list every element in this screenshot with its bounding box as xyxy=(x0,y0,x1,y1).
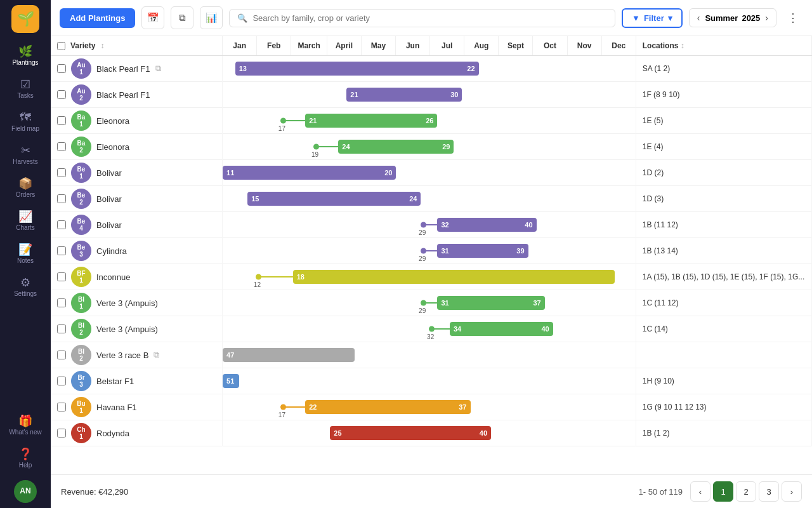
select-all-checkbox[interactable] xyxy=(57,42,65,50)
planting-bar[interactable]: 2130 xyxy=(346,88,462,102)
row-checkbox[interactable] xyxy=(57,194,66,203)
row-checkbox[interactable] xyxy=(57,168,66,177)
row-checkbox[interactable] xyxy=(57,351,66,359)
table-row[interactable]: Be2Bolivar15241D (3) xyxy=(51,186,812,212)
table-row[interactable]: Be3Cylindra3139291B (13 14) xyxy=(51,238,812,264)
planting-bar[interactable]: 3440 xyxy=(450,322,553,336)
chart-view-button[interactable]: 📊 xyxy=(200,6,223,29)
sidebar-item-harvests[interactable]: ✂ Harvests xyxy=(4,140,47,170)
pagination-info: 1- 50 of 119 xyxy=(639,487,683,497)
row-checkbox[interactable] xyxy=(57,64,66,73)
dec-col-header: Dec xyxy=(601,36,636,56)
filter-button[interactable]: ▼ Filter ▾ xyxy=(622,8,683,28)
calendar-icon: 📅 xyxy=(147,12,159,23)
bar-label-right: 40 xyxy=(541,325,549,333)
calendar-cell: 242919 xyxy=(223,134,636,160)
variety-cell: Be4Bolivar xyxy=(51,212,223,238)
sidebar-item-tasks[interactable]: ☑ Tasks xyxy=(4,74,47,104)
bar-label-right: 22 xyxy=(467,65,475,72)
dot-label: 32 xyxy=(427,333,434,340)
row-checkbox[interactable] xyxy=(57,90,66,99)
page-2-button[interactable]: 2 xyxy=(736,481,756,502)
planting-bar[interactable]: 47 xyxy=(223,348,355,362)
filter-label: Filter xyxy=(644,13,664,23)
row-checkbox[interactable] xyxy=(57,377,66,385)
prev-page-button[interactable]: ‹ xyxy=(690,481,710,502)
add-plantings-button[interactable]: Add Plantings xyxy=(60,8,135,28)
variety-cell: Be3Cylindra xyxy=(51,238,223,264)
row-checkbox[interactable] xyxy=(57,298,66,307)
jun-col-header: Jun xyxy=(396,36,430,56)
sidebar-item-plantings[interactable]: 🌿 Plantings xyxy=(4,41,47,71)
sidebar-item-whats-new[interactable]: 🎁 What's new xyxy=(4,410,47,441)
table-row[interactable]: Ba2Eleonora2429191E (4) xyxy=(51,134,812,160)
calendar-cell: 1812 xyxy=(223,264,636,290)
page-1-button[interactable]: 1 xyxy=(713,481,733,502)
planting-bar[interactable]: 2540 xyxy=(330,426,491,440)
planting-bar[interactable]: 3137 xyxy=(437,296,544,310)
table-row[interactable]: Ba1Eleonora2126171E (5) xyxy=(51,108,812,134)
table-row[interactable]: Ch1Rodynda25401B (1 2) xyxy=(51,420,812,446)
sidebar-item-orders[interactable]: 📦 Orders xyxy=(4,173,47,203)
prev-season-button[interactable]: ‹ xyxy=(696,13,702,23)
sidebar-item-field-map[interactable]: 🗺 Field map xyxy=(4,107,47,137)
row-checkbox[interactable] xyxy=(57,324,66,333)
table-row[interactable]: Be4Bolivar3240291B (11 12) xyxy=(51,212,812,238)
planting-bar[interactable]: 1120 xyxy=(223,166,396,180)
table-row[interactable]: Bl1Verte 3 (Ampuis)3137291C (11 12) xyxy=(51,290,812,316)
planting-bar[interactable]: 2126 xyxy=(305,114,437,128)
table-row[interactable]: Au1Black Pearl F1⧉1322SA (1 2) xyxy=(51,56,812,82)
table-row[interactable]: Bl2Verte 3 race B⧉47 xyxy=(51,342,812,368)
planting-bar[interactable]: 1524 xyxy=(247,192,421,206)
sidebar-item-notes[interactable]: 📝 Notes xyxy=(4,239,47,269)
table-row[interactable]: Bl2Verte 3 (Ampuis)3440321C (14) xyxy=(51,316,812,342)
calendar-view-button[interactable]: 📅 xyxy=(141,6,164,29)
table-row[interactable]: Bu1Havana F12237171G (9 10 11 12 13) xyxy=(51,394,812,420)
charts-icon: 📈 xyxy=(18,211,32,222)
next-season-button[interactable]: › xyxy=(764,13,769,23)
row-checkbox[interactable] xyxy=(57,272,66,281)
table-row[interactable]: Be1Bolivar11201D (2) xyxy=(51,160,812,186)
variety-name: Belstar F1 xyxy=(96,377,134,386)
next-page-button[interactable]: › xyxy=(782,481,802,502)
app-logo: 🌱 xyxy=(11,5,39,33)
row-checkbox[interactable] xyxy=(57,220,66,229)
row-checkbox[interactable] xyxy=(57,429,66,438)
avatar: Au1 xyxy=(71,58,91,79)
more-options-button[interactable]: ⋮ xyxy=(783,8,803,28)
bar-label-left: 18 xyxy=(297,273,304,281)
page-3-button[interactable]: 3 xyxy=(759,481,779,502)
row-checkbox[interactable] xyxy=(57,116,66,125)
table-row[interactable]: Au2Black Pearl F121301F (8 9 10) xyxy=(51,82,812,108)
sidebar-item-help[interactable]: ❓ Help xyxy=(4,443,47,474)
filter-view-button[interactable]: ⧉ xyxy=(171,6,193,29)
table-wrapper[interactable]: Variety ↕ Jan Feb March April May Jun Ju… xyxy=(51,36,812,474)
avatar: Bl2 xyxy=(71,345,91,365)
sidebar-item-settings[interactable]: ⚙ Settings xyxy=(4,272,47,302)
avatar: BF1 xyxy=(71,267,91,287)
march-col-header: March xyxy=(291,36,327,56)
sidebar-item-whats-new-label: What's new xyxy=(9,429,41,436)
table-row[interactable]: Br3Belstar F1511H (9 10) xyxy=(51,368,812,394)
plantings-icon: 🌿 xyxy=(18,46,32,57)
sidebar-item-charts[interactable]: 📈 Charts xyxy=(4,206,47,236)
row-checkbox[interactable] xyxy=(57,403,66,411)
harvests-icon: ✂ xyxy=(21,145,30,156)
planting-line xyxy=(282,120,305,121)
row-checkbox[interactable] xyxy=(57,246,66,255)
planting-bar[interactable]: 2429 xyxy=(338,140,454,154)
planting-bar[interactable]: 18 xyxy=(293,270,615,284)
planting-bar[interactable]: 1322 xyxy=(235,62,479,76)
bar-label-right: 26 xyxy=(426,117,433,124)
table-row[interactable]: BF1Inconnue18121A (15), 1B (15), 1D (15)… xyxy=(51,264,812,290)
planting-bar[interactable]: 51 xyxy=(223,374,239,388)
avatar: Au2 xyxy=(71,84,91,105)
planting-line xyxy=(423,224,438,225)
row-checkbox[interactable] xyxy=(57,142,66,151)
planting-bar[interactable]: 2237 xyxy=(305,400,470,414)
planting-bar[interactable]: 3240 xyxy=(437,218,536,232)
user-avatar[interactable]: AN xyxy=(14,480,37,503)
planting-bar[interactable]: 3139 xyxy=(437,244,528,258)
bar-label-right: 29 xyxy=(442,143,450,150)
search-input[interactable] xyxy=(252,13,607,23)
